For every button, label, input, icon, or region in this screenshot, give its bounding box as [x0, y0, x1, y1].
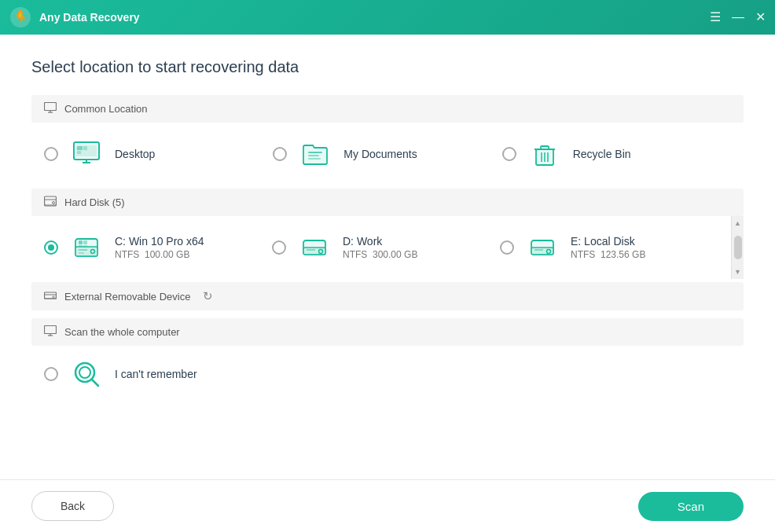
svg-rect-14: [308, 155, 319, 156]
e-drive-text: E: Local Disk NTFS 123.56 GB: [571, 235, 645, 260]
minimize-button[interactable]: —: [732, 11, 744, 24]
my-documents-item[interactable]: My Documents: [273, 137, 501, 171]
external-device-header: External Removable Device ↻: [31, 282, 744, 310]
svg-rect-1: [45, 103, 57, 111]
menu-button[interactable]: ☰: [710, 11, 721, 24]
external-device-label: External Removable Device: [64, 291, 190, 303]
svg-rect-33: [83, 245, 87, 247]
desktop-item[interactable]: Desktop: [44, 137, 273, 171]
svg-rect-13: [308, 152, 322, 153]
svg-point-24: [53, 202, 55, 204]
back-button[interactable]: Back: [31, 491, 114, 521]
c-drive-icon-wrap: [69, 230, 104, 265]
svg-rect-10: [77, 146, 83, 150]
svg-rect-31: [83, 240, 87, 244]
c-drive-item[interactable]: C: Win 10 Pro x64 NTFS 100.00 GB: [44, 230, 272, 265]
scan-button[interactable]: Scan: [638, 492, 744, 521]
d-drive-text: D: Work NTFS 300.00 GB: [343, 235, 417, 260]
recycle-bin-icon-wrap: [527, 137, 562, 171]
svg-point-49: [79, 367, 90, 378]
desktop-radio[interactable]: [44, 147, 58, 161]
recycle-bin-radio[interactable]: [502, 147, 516, 161]
svg-rect-30: [79, 240, 83, 244]
monitor-icon: [44, 102, 57, 116]
recycle-bin-text: Recycle Bin: [573, 148, 631, 160]
desktop-text: Desktop: [115, 148, 155, 160]
scan-computer-icon: [44, 325, 57, 339]
c-drive-name: C: Win 10 Pro x64: [115, 235, 204, 248]
e-drive-icon-wrap: [525, 230, 560, 265]
e-drive-sub: NTFS 123.56 GB: [571, 249, 645, 260]
c-drive-radio[interactable]: [44, 240, 58, 255]
cant-remember-text: I can't remember: [115, 368, 197, 380]
hard-disk-header: Hard Disk (5): [31, 189, 744, 216]
svg-line-50: [92, 380, 99, 387]
svg-rect-15: [308, 158, 321, 160]
recycle-bin-item[interactable]: Recycle Bin: [502, 137, 731, 171]
scroll-indicator: ▲ ▼: [731, 216, 744, 279]
cant-remember-row: I can't remember: [31, 346, 744, 405]
desktop-name: Desktop: [115, 148, 155, 160]
svg-rect-18: [541, 146, 549, 149]
common-location-row: Desktop My Documents: [31, 123, 744, 185]
my-documents-radio[interactable]: [273, 147, 287, 161]
e-drive-radio[interactable]: [500, 240, 514, 255]
scan-computer-header: Scan the whole computer: [31, 318, 744, 346]
app-logo: [9, 6, 31, 28]
svg-rect-11: [83, 146, 87, 150]
e-drive-name: E: Local Disk: [571, 235, 645, 248]
d-drive-icon-wrap: [297, 230, 332, 265]
common-location-header: Common Location: [31, 95, 744, 123]
svg-rect-32: [79, 245, 83, 247]
recycle-bin-name: Recycle Bin: [573, 148, 631, 160]
hard-disk-row: C: Win 10 Pro x64 NTFS 100.00 GB: [31, 216, 744, 279]
hard-disk-section: C: Win 10 Pro x64 NTFS 100.00 GB: [31, 216, 744, 279]
titlebar: Any Data Recovery ☰ — ✕: [0, 0, 775, 35]
external-device-icon: [44, 290, 57, 303]
page-title: Select location to start recovering data: [31, 58, 744, 76]
my-documents-text: My Documents: [343, 148, 417, 160]
desktop-icon-wrap: [69, 137, 104, 171]
my-documents-name: My Documents: [343, 148, 417, 160]
cant-remember-item[interactable]: I can't remember: [44, 357, 264, 391]
svg-rect-12: [77, 151, 81, 154]
refresh-icon[interactable]: ↻: [203, 289, 213, 303]
scan-computer-label: Scan the whole computer: [64, 326, 180, 338]
e-drive-item[interactable]: E: Local Disk NTFS 123.56 GB: [500, 230, 728, 265]
svg-rect-22: [45, 196, 57, 206]
harddisk-icon: [44, 196, 57, 209]
cant-remember-name: I can't remember: [115, 368, 197, 380]
d-drive-radio[interactable]: [272, 240, 286, 255]
c-drive-sub: NTFS 100.00 GB: [115, 249, 204, 260]
cant-remember-icon-wrap: [69, 357, 104, 391]
bottom-bar: Back Scan: [0, 479, 775, 532]
d-drive-sub: NTFS 300.00 GB: [343, 249, 417, 260]
d-drive-name: D: Work: [343, 235, 417, 248]
common-location-label: Common Location: [64, 103, 148, 115]
close-button[interactable]: ✕: [755, 11, 766, 24]
main-content: Select location to start recovering data…: [0, 35, 775, 479]
d-drive-item[interactable]: D: Work NTFS 300.00 GB: [272, 230, 500, 265]
cant-remember-radio[interactable]: [44, 367, 58, 381]
my-documents-icon-wrap: [298, 137, 332, 171]
svg-rect-45: [45, 326, 57, 334]
svg-point-44: [53, 295, 54, 297]
app-title: Any Data Recovery: [39, 11, 710, 24]
window-controls: ☰ — ✕: [710, 11, 766, 24]
hard-disk-label: Hard Disk (5): [64, 196, 125, 208]
c-drive-text: C: Win 10 Pro x64 NTFS 100.00 GB: [115, 235, 204, 260]
